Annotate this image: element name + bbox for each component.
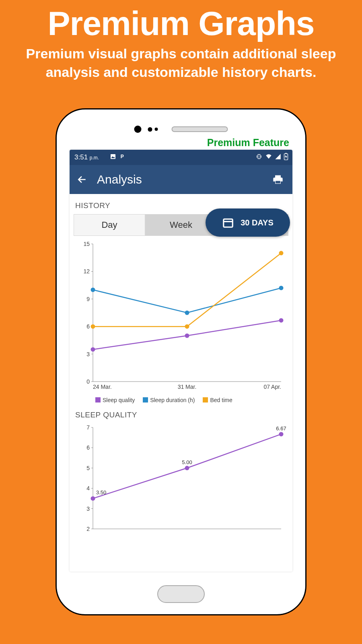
svg-text:9: 9 <box>86 296 90 302</box>
svg-text:12: 12 <box>83 268 90 275</box>
svg-point-33 <box>279 318 284 322</box>
svg-text:0: 0 <box>86 378 90 385</box>
svg-text:3: 3 <box>86 506 90 512</box>
legend-sleep-quality: Sleep quality <box>95 397 135 403</box>
content-area: HISTORY Day Week 30 DAYS 0369121524 Mar.… <box>70 194 292 572</box>
back-icon[interactable] <box>77 174 87 185</box>
range-30days-label: 30 DAYS <box>241 218 274 227</box>
home-button[interactable] <box>157 585 205 603</box>
tab-day[interactable]: Day <box>74 214 145 236</box>
svg-text:6: 6 <box>86 323 90 330</box>
svg-rect-8 <box>285 153 287 154</box>
svg-text:4: 4 <box>86 485 90 491</box>
svg-marker-9 <box>285 155 287 159</box>
phone-earpiece <box>134 126 228 133</box>
svg-rect-0 <box>111 154 115 159</box>
svg-rect-3 <box>258 155 260 159</box>
legend-bed-time: Bed time <box>203 397 232 403</box>
svg-text:6.67: 6.67 <box>276 425 286 431</box>
vibrate-icon <box>255 153 263 160</box>
svg-point-32 <box>185 334 189 338</box>
svg-text:6: 6 <box>86 444 90 451</box>
svg-point-37 <box>91 324 95 329</box>
premium-feature-label: Premium Feature <box>207 137 289 149</box>
phone-frame: Premium Feature 3:51 p.m. P Analysis H <box>56 108 306 615</box>
phone-screen: 3:51 p.m. P Analysis HISTORY Day Week <box>70 150 292 572</box>
battery-icon <box>284 153 288 160</box>
svg-text:3.50: 3.50 <box>96 489 106 495</box>
svg-text:31 Mar.: 31 Mar. <box>178 384 197 390</box>
status-bar: 3:51 p.m. P <box>70 150 292 165</box>
range-30days-pill[interactable]: 30 DAYS <box>206 208 290 237</box>
svg-text:3: 3 <box>86 351 90 357</box>
app-bar: Analysis <box>70 165 292 194</box>
wifi-icon <box>265 153 272 160</box>
calendar-icon <box>222 217 234 229</box>
status-left-icons: P <box>110 153 126 160</box>
sleep-quality-chart: 2345673.505.006.67 <box>74 423 288 540</box>
sleep-quality-label: SLEEP QUALITY <box>75 411 287 419</box>
svg-point-39 <box>279 251 284 255</box>
range-tabs: Day Week 30 DAYS <box>74 214 288 236</box>
appbar-title: Analysis <box>97 173 142 186</box>
history-legend: Sleep quality Sleep duration (h) Bed tim… <box>74 394 288 409</box>
svg-point-35 <box>185 311 189 315</box>
history-chart: 0369121524 Mar.31 Mar.07 Apr. <box>74 240 288 393</box>
svg-point-56 <box>279 432 284 436</box>
svg-marker-6 <box>275 154 280 159</box>
svg-text:15: 15 <box>83 241 90 247</box>
svg-text:5: 5 <box>86 465 90 471</box>
svg-rect-12 <box>224 219 233 227</box>
svg-point-54 <box>91 496 95 501</box>
legend-sleep-duration: Sleep duration (h) <box>143 397 195 403</box>
svg-point-36 <box>279 286 284 290</box>
svg-text:24 Mar.: 24 Mar. <box>93 384 112 390</box>
svg-text:07 Apr.: 07 Apr. <box>263 384 281 390</box>
promo-subtitle: Premium visual graphs contain additional… <box>0 43 362 82</box>
svg-text:5.00: 5.00 <box>182 459 192 465</box>
status-time: 3:51 p.m. <box>74 153 99 161</box>
promo-title: Premium Graphs <box>0 0 362 43</box>
svg-text:P: P <box>121 154 124 159</box>
svg-point-55 <box>185 466 189 470</box>
svg-point-34 <box>91 288 95 292</box>
svg-rect-11 <box>276 181 280 184</box>
svg-point-31 <box>91 347 95 352</box>
svg-text:7: 7 <box>86 424 90 431</box>
image-icon <box>110 153 116 160</box>
signal-icon <box>275 153 281 160</box>
svg-text:2: 2 <box>86 526 90 532</box>
svg-point-38 <box>185 324 189 329</box>
print-icon[interactable] <box>272 174 284 185</box>
parking-icon: P <box>119 153 126 160</box>
